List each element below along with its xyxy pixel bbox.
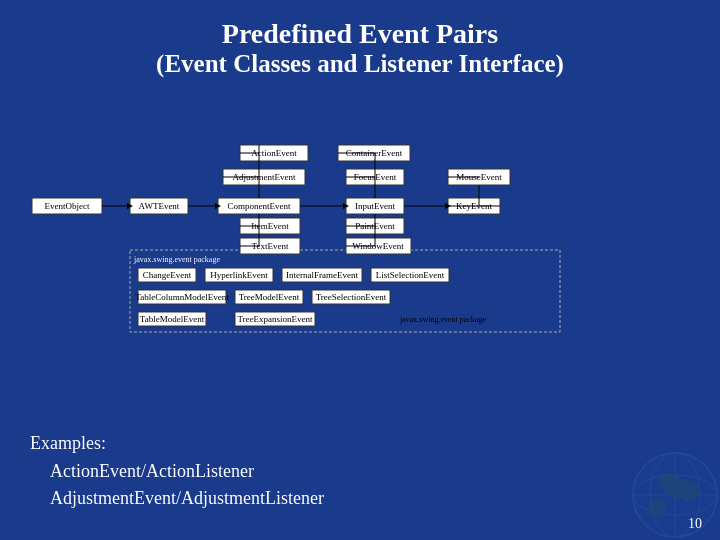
example-adjustment: AdjustmentEvent/AdjustmentListener xyxy=(50,485,324,512)
svg-text:TreeSelectionEvent: TreeSelectionEvent xyxy=(316,292,387,302)
example-action: ActionEvent/ActionListener xyxy=(50,458,324,485)
svg-text:TableColumnModelEvent: TableColumnModelEvent xyxy=(135,292,229,302)
svg-text:ChangeEvent: ChangeEvent xyxy=(143,270,192,280)
diagram-svg: EventObject AWTEvent ComponentEvent Acti… xyxy=(30,90,690,340)
svg-text:TreeExpansionEvent: TreeExpansionEvent xyxy=(237,314,313,324)
bottom-text: Examples: ActionEvent/ActionListener Adj… xyxy=(30,433,324,512)
svg-text:TreeModelEvent: TreeModelEvent xyxy=(239,292,300,302)
title-line1: Predefined Event Pairs xyxy=(30,18,690,50)
title-line2: (Event Classes and Listener Interface) xyxy=(30,50,690,78)
page-number: 10 xyxy=(688,516,702,532)
svg-text:ListSelectionEvent: ListSelectionEvent xyxy=(376,270,445,280)
slide-container: Predefined Event Pairs (Event Classes an… xyxy=(0,0,720,540)
svg-text:InternalFrameEvent: InternalFrameEvent xyxy=(286,270,358,280)
svg-text:InputEvent: InputEvent xyxy=(355,201,395,211)
svg-text:HyperlinkEvent: HyperlinkEvent xyxy=(210,270,268,280)
globe-decoration xyxy=(630,450,720,540)
svg-text:AWTEvent: AWTEvent xyxy=(139,201,180,211)
svg-text:EventObject: EventObject xyxy=(45,201,90,211)
examples-label: Examples: xyxy=(30,433,324,454)
diagram-area: EventObject AWTEvent ComponentEvent Acti… xyxy=(30,90,690,344)
title-area: Predefined Event Pairs (Event Classes an… xyxy=(30,18,690,78)
svg-text:ComponentEvent: ComponentEvent xyxy=(228,201,291,211)
svg-text:javax.swing.event package: javax.swing.event package xyxy=(133,255,220,264)
svg-text:javax.swing.event package: javax.swing.event package xyxy=(399,315,486,324)
svg-text:TableModelEvent: TableModelEvent xyxy=(140,314,205,324)
